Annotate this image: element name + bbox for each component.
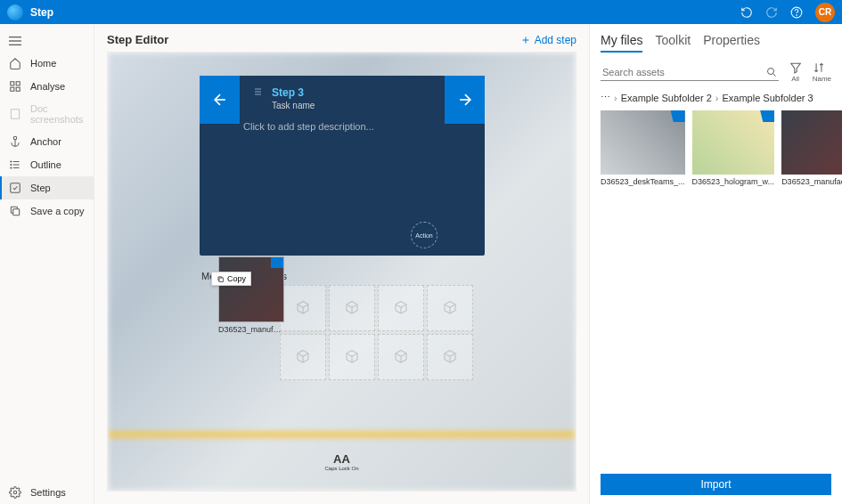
svg-marker-31 [790, 63, 800, 73]
asset-thumbnail [601, 110, 685, 175]
asset-name: D36523_deskTeams_... [601, 177, 685, 186]
asset-thumbnail [692, 110, 775, 175]
svg-line-30 [773, 73, 775, 76]
window-title: Step [30, 6, 740, 19]
media-slot[interactable] [427, 285, 473, 331]
sidebar-item-settings[interactable]: Settings [0, 481, 94, 504]
sidebar-item-label: Settings [30, 487, 66, 498]
hamburger-icon[interactable] [0, 30, 94, 52]
step-icon [9, 182, 21, 194]
sidebar: Home Analyse Doc screenshots Anchor Outl… [0, 24, 94, 504]
breadcrumb[interactable]: ⋯ › Example Subfolder 2 › Example Subfol… [601, 92, 831, 103]
caps-lock-indicator: AA Caps Lock On [324, 452, 358, 471]
svg-rect-6 [16, 82, 20, 85]
sidebar-item-label: Step [30, 183, 51, 193]
svg-rect-8 [16, 87, 20, 91]
drag-caption: D36523_manufacturi... [218, 325, 284, 334]
task-name: Task name [272, 101, 315, 110]
sidebar-item-label: Anchor [30, 136, 61, 147]
media-slot[interactable] [280, 285, 326, 331]
svg-rect-7 [11, 87, 14, 91]
redo-icon[interactable] [765, 6, 778, 19]
sort-button[interactable]: Name [813, 61, 831, 83]
svg-point-29 [767, 68, 773, 74]
asset-name: D36523_manufacturi... [781, 177, 842, 186]
svg-rect-18 [11, 183, 20, 193]
editor-canvas[interactable]: Step 3 Task name Click to add step descr… [107, 52, 576, 492]
breadcrumb-ellipsis[interactable]: ⋯ [601, 92, 610, 103]
search-input[interactable] [602, 67, 766, 77]
search-box[interactable] [601, 64, 779, 81]
undo-icon[interactable] [740, 6, 753, 19]
asset-name: D36523_hologram_w... [692, 177, 775, 186]
asset-item[interactable]: D36523_manufacturi... [781, 110, 842, 186]
help-icon[interactable] [790, 6, 803, 19]
avatar[interactable]: CR [815, 3, 835, 22]
list-icon [252, 86, 263, 97]
sidebar-item-outline[interactable]: Outline [0, 153, 94, 176]
sort-icon [813, 61, 831, 74]
search-icon[interactable] [766, 67, 777, 77]
anchor-icon [9, 135, 21, 148]
media-slot[interactable] [378, 285, 424, 331]
breadcrumb-item[interactable]: Example Subfolder 2 [621, 93, 712, 103]
tab-properties[interactable]: Properties [703, 33, 760, 53]
svg-point-10 [13, 136, 17, 140]
breadcrumb-item[interactable]: Example Subfolder 3 [722, 93, 813, 103]
sidebar-item-analyse[interactable]: Analyse [0, 75, 94, 98]
sidebar-item-anchor[interactable]: Anchor [0, 130, 94, 153]
sidebar-item-home[interactable]: Home [0, 52, 94, 75]
drag-preview: Copy D36523_manufacturi... [218, 256, 284, 334]
svg-point-16 [11, 164, 12, 165]
svg-point-17 [11, 167, 12, 168]
tab-toolkit[interactable]: Toolkit [655, 33, 691, 53]
import-button[interactable]: Import [601, 474, 831, 495]
sidebar-item-doc-screenshots: Doc screenshots [0, 98, 94, 130]
drag-thumbnail: Copy [218, 256, 284, 322]
asset-item[interactable]: D36523_deskTeams_... [601, 110, 685, 186]
filter-icon [789, 61, 802, 74]
sidebar-item-label: Outline [30, 159, 61, 170]
outline-icon [9, 159, 21, 171]
sidebar-item-label: Doc screenshots [30, 103, 85, 125]
home-icon [9, 57, 21, 69]
add-step-button[interactable]: Add step [520, 34, 576, 46]
app-logo [7, 4, 23, 20]
gear-icon [9, 486, 21, 499]
tab-my-files[interactable]: My files [601, 33, 642, 53]
media-slot[interactable] [427, 334, 473, 380]
svg-point-15 [11, 161, 12, 162]
media-slot[interactable] [329, 285, 375, 331]
media-slot[interactable] [329, 334, 375, 380]
filter-button[interactable]: All [789, 61, 802, 83]
step-card: Step 3 Task name Click to add step descr… [200, 76, 485, 256]
titlebar: Step CR [0, 0, 842, 24]
svg-rect-19 [13, 209, 20, 215]
sidebar-item-label: Save a copy [30, 206, 85, 216]
svg-point-20 [13, 491, 17, 494]
svg-rect-5 [11, 82, 14, 85]
step-description[interactable]: Click to add step description... [243, 121, 432, 132]
sidebar-item-step[interactable]: Step [0, 176, 94, 199]
svg-rect-28 [219, 278, 224, 282]
media-slot[interactable] [378, 334, 424, 380]
sidebar-item-save-copy[interactable]: Save a copy [0, 199, 94, 223]
sidebar-item-label: Home [30, 58, 56, 69]
sidebar-item-label: Analyse [30, 81, 65, 92]
right-panel: My files Toolkit Properties All Name ⋯ ›… [589, 24, 842, 504]
page-title: Step Editor [107, 33, 168, 46]
copy-icon [9, 205, 21, 217]
copy-tooltip: Copy [211, 272, 251, 286]
asset-item[interactable]: D36523_hologram_w... [692, 110, 775, 186]
doc-icon [9, 108, 21, 120]
svg-point-1 [797, 14, 797, 15]
analyse-icon [9, 80, 21, 93]
media-slot[interactable] [280, 334, 326, 380]
action-badge[interactable]: Action [411, 222, 437, 248]
prev-step-button[interactable] [200, 76, 240, 124]
asset-thumbnail [781, 110, 842, 175]
svg-rect-9 [11, 110, 19, 119]
step-title[interactable]: Step 3 [272, 86, 315, 99]
next-step-button[interactable] [445, 76, 485, 124]
